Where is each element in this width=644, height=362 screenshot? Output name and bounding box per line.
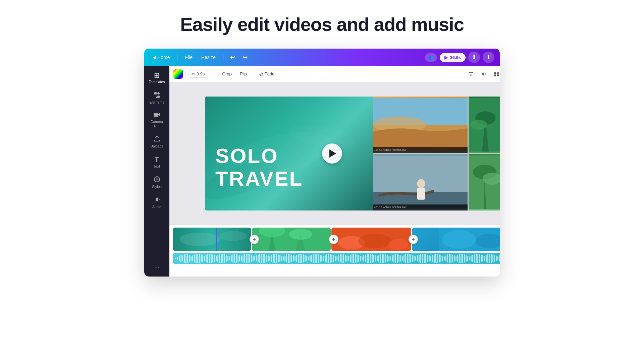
wave-bar — [469, 256, 470, 260]
play-button[interactable] — [322, 143, 342, 164]
sidebar-item-styles[interactable]: Styles — [146, 173, 168, 192]
wave-bar — [467, 256, 468, 261]
redo-button[interactable]: ↪ — [240, 52, 250, 62]
wave-bar — [457, 255, 458, 262]
wave-bar — [276, 254, 277, 263]
wave-bar — [182, 255, 183, 261]
wave-bar — [310, 255, 311, 261]
wave-bar — [211, 254, 212, 263]
fade-button[interactable]: ◎ Fade — [256, 70, 278, 78]
crop-button[interactable]: ⊹ Crop — [214, 70, 235, 78]
wave-bar — [392, 255, 393, 261]
wave-bar — [294, 256, 296, 261]
wave-bar — [194, 254, 195, 262]
clip-food[interactable] — [331, 228, 411, 251]
svg-point-1 — [157, 92, 160, 95]
sidebar-item-more[interactable]: ··· — [146, 261, 168, 274]
canvas-right-collage: 400 5.3 KODAK PORTRA 850 — [373, 97, 500, 210]
woman-visual — [373, 154, 468, 210]
app-container: ◀ Home File Resize ↩ ↪ 👥 ▶ 36.9s ⬇ ⬆ — [144, 49, 500, 277]
wave-bar — [415, 256, 416, 260]
volume-button[interactable] — [478, 69, 489, 79]
wave-bar — [472, 255, 473, 262]
uploads-icon — [154, 135, 160, 143]
flip-label: Flip — [240, 71, 247, 76]
wave-bar — [303, 254, 304, 262]
canvas-title-line1: SOLO — [215, 144, 303, 167]
flip-button[interactable]: Flip — [236, 70, 250, 78]
wave-bar — [291, 255, 292, 262]
wave-bar — [274, 254, 275, 263]
clip-palms[interactable] — [252, 228, 331, 251]
toolbar-sep-2 — [211, 70, 211, 78]
wave-bar — [405, 254, 406, 263]
svg-rect-28 — [417, 188, 425, 200]
download-button[interactable]: ⬇ — [468, 52, 480, 63]
wave-bar — [412, 255, 413, 262]
wave-bar — [293, 255, 294, 261]
toolbar-right — [466, 69, 500, 79]
wave-bar — [489, 254, 490, 263]
wave-bar — [398, 255, 399, 262]
svg-point-44 — [442, 230, 476, 249]
add-clip-button-2[interactable]: + — [329, 235, 338, 244]
clip-aerial[interactable] — [173, 228, 251, 251]
wave-bar — [258, 255, 259, 262]
wave-bar — [400, 255, 401, 261]
audio-icon — [154, 196, 160, 204]
playhead[interactable] — [216, 228, 217, 251]
audio-track[interactable] — [173, 253, 500, 264]
wave-bar — [445, 255, 446, 261]
add-clip-button-1[interactable]: + — [250, 235, 259, 244]
clip-turtle[interactable] — [412, 228, 500, 251]
wave-bar — [388, 256, 389, 261]
wave-bar — [368, 254, 369, 263]
mosaic-button[interactable] — [491, 69, 500, 79]
wave-bar — [271, 255, 272, 262]
wave-bar — [417, 255, 418, 261]
styles-label: Styles — [152, 185, 162, 189]
collaborate-button[interactable]: 👥 — [425, 53, 437, 62]
sidebar-item-audio[interactable]: Audio — [146, 193, 168, 213]
thumb-palms-bottom — [469, 154, 500, 210]
crop-label: Crop — [222, 71, 232, 76]
add-clip-button-3[interactable]: + — [409, 235, 418, 244]
thumb-woman: 400 5.3 KODAK PORTRA 800 — [373, 154, 468, 210]
play-preview-button[interactable]: ▶ 36.9s — [440, 53, 466, 62]
wave-bar — [336, 256, 337, 260]
color-palette-button[interactable] — [173, 69, 183, 79]
wave-bar — [311, 255, 312, 262]
wave-bar — [492, 254, 493, 262]
text-icon: T — [155, 156, 159, 163]
wave-bar — [316, 254, 317, 263]
wave-bar — [212, 254, 213, 262]
svg-rect-10 — [494, 72, 496, 74]
timeline: + — [169, 225, 500, 277]
sidebar-item-uploads[interactable]: Uploads — [146, 132, 168, 152]
wave-bar — [372, 254, 373, 263]
back-home-button[interactable]: ◀ Home — [150, 53, 172, 61]
film-label-2: 400 5.3 KODAK PORTRA 800 — [374, 206, 406, 208]
filter-button[interactable] — [466, 69, 476, 79]
svg-rect-13 — [497, 74, 499, 76]
wave-bar — [315, 254, 316, 263]
wave-bar — [343, 254, 344, 263]
wave-bar — [341, 254, 342, 263]
share-button[interactable]: ⬆ — [483, 52, 494, 63]
resize-nav-item[interactable]: Resize — [199, 53, 218, 61]
sidebar-item-camera[interactable]: Camera R... — [146, 108, 168, 131]
svg-point-27 — [417, 179, 425, 188]
sidebar-item-elements[interactable]: Elements — [146, 88, 168, 108]
wave-bar — [239, 255, 240, 261]
wave-bar — [246, 254, 247, 263]
wave-bar — [397, 254, 398, 263]
sidebar-item-text[interactable]: T Text — [146, 153, 168, 172]
undo-button[interactable]: ↩ — [228, 52, 237, 62]
svg-marker-5 — [158, 113, 160, 116]
wave-bar — [345, 255, 346, 262]
download-icon: ⬇ — [472, 54, 477, 61]
canvas-right-bottom: 400 5.3 KODAK PORTRA 800 — [373, 154, 500, 210]
file-nav-item[interactable]: File — [182, 53, 195, 61]
wave-bar — [197, 254, 198, 263]
sidebar-item-templates[interactable]: ⊞ Templates — [146, 69, 168, 87]
